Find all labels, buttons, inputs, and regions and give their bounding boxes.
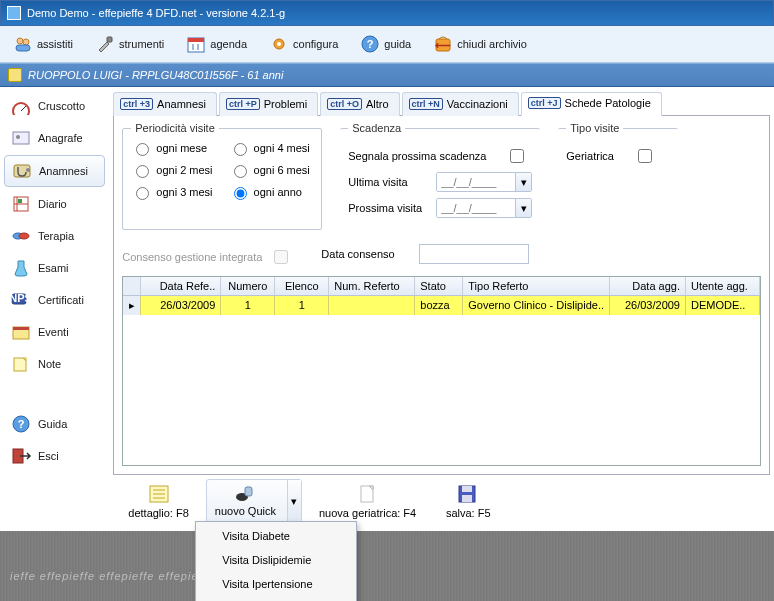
menu-visita-dislipidemie[interactable]: Visita Dislipidemie [198, 548, 354, 572]
nuovo-quick-button[interactable]: nuovo Quick ▾ [206, 479, 302, 523]
radio-ogni-3-mesi[interactable]: ogni 3 mesi [131, 184, 212, 200]
periodicita-legend: Periodicità visite [131, 122, 218, 134]
radio-ogni-6-mesi[interactable]: ogni 6 mesi [229, 162, 310, 178]
data-consenso-label: Data consenso [321, 248, 411, 260]
main: ctrl +3Anamnesi ctrl +PProblemi ctrl +OA… [109, 87, 774, 531]
svg-rect-5 [188, 38, 204, 42]
configura-label: configura [293, 38, 338, 50]
nuova-geriatrica-button[interactable]: nuova geriatrica: F4 [312, 479, 423, 527]
note-icon [10, 354, 32, 374]
sidebar-item-note[interactable]: Note [4, 349, 105, 379]
nuovo-quick-dropdown[interactable]: ▾ [287, 480, 301, 522]
col-data-ref[interactable]: Data Refe.. [141, 277, 221, 295]
svg-text:?: ? [367, 38, 374, 50]
svg-point-23 [19, 233, 29, 239]
strumenti-label: strumenti [119, 38, 164, 50]
sidebar-item-certificati[interactable]: INPSCertificati [4, 285, 105, 315]
col-numero[interactable]: Numero [221, 277, 275, 295]
help-icon: ? [10, 414, 32, 434]
svg-text:⟵: ⟵ [435, 39, 451, 51]
patient-bar: RUOPPOLO LUIGI - RPPLGU48C01I556F - 61 a… [0, 63, 774, 87]
menu-visita-ipertensione[interactable]: Visita Ipertensione [198, 572, 354, 596]
segnala-label: Segnala prossima scadenza [348, 150, 498, 162]
radio-ogni-mese[interactable]: ogni mese [131, 140, 212, 156]
dettaglio-button[interactable]: dettaglio: F8 [121, 479, 196, 527]
svg-point-0 [17, 38, 23, 44]
prossima-visita-date[interactable]: ▾ [436, 198, 532, 218]
body: Cruscotto Anagrafe Anamnesi Diario Terap… [0, 87, 774, 531]
sidebar-item-guida[interactable]: ?Guida [4, 409, 105, 439]
configura-button[interactable]: configura [262, 30, 345, 58]
sidebar-item-esami[interactable]: Esami [4, 253, 105, 283]
svg-text:INPS: INPS [10, 292, 32, 304]
table-empty-space [123, 315, 760, 465]
sidebar-item-cruscotto[interactable]: Cruscotto [4, 91, 105, 121]
col-data-agg[interactable]: Data agg. [610, 277, 686, 295]
col-num-referto[interactable]: Num. Referto [329, 277, 415, 295]
sidebar-item-anamnesi[interactable]: Anamnesi [4, 155, 105, 187]
therapy-icon [10, 226, 32, 246]
window-title: Demo Demo - effepieffe 4 DFD.net - versi… [27, 7, 285, 19]
radio-ogni-4-mesi[interactable]: ogni 4 mesi [229, 140, 310, 156]
menu-visita-diabete[interactable]: Visita Diabete [198, 524, 354, 548]
row-selector-icon: ▸ [123, 296, 141, 315]
chevron-down-icon[interactable]: ▾ [515, 199, 531, 217]
events-icon [10, 322, 32, 342]
tab-vaccinazioni[interactable]: ctrl +NVaccinazioni [402, 92, 519, 116]
segnala-checkbox[interactable] [510, 149, 524, 163]
sidebar-item-terapia[interactable]: Terapia [4, 221, 105, 251]
agenda-label: agenda [210, 38, 247, 50]
tab-schede-patologie[interactable]: ctrl +JSchede Patologie [521, 92, 662, 116]
geriatrica-label: Geriatrica [566, 150, 626, 162]
bottom-bar: dettaglio: F8 nuovo Quick ▾ nuova geriat… [113, 475, 770, 531]
dettaglio-label: dettaglio: F8 [128, 507, 189, 519]
svg-point-1 [23, 39, 29, 45]
col-elenco[interactable]: Elenco [275, 277, 329, 295]
table-row[interactable]: ▸ 26/03/2009 1 1 bozza Governo Clinico -… [123, 296, 760, 315]
table-header: Data Refe.. Numero Elenco Num. Referto S… [123, 277, 760, 296]
consenso-checkbox [274, 250, 288, 264]
tools-icon [95, 34, 115, 54]
tab-problemi[interactable]: ctrl +PProblemi [219, 92, 318, 116]
sidebar-item-anagrafe[interactable]: Anagrafe [4, 123, 105, 153]
salva-label: salva: F5 [446, 507, 491, 519]
geriatrica-checkbox[interactable] [638, 149, 652, 163]
document-new-icon [356, 484, 380, 504]
sidebar-item-eventi[interactable]: Eventi [4, 317, 105, 347]
tab-anamnesi[interactable]: ctrl +3Anamnesi [113, 92, 217, 116]
ultima-visita-date[interactable]: ▾ [436, 172, 532, 192]
svg-rect-27 [13, 327, 29, 330]
svg-point-17 [16, 135, 20, 139]
col-stato[interactable]: Stato [415, 277, 463, 295]
guida-button[interactable]: ? guida [353, 30, 418, 58]
scadenza-fieldset: Scadenza Segnala prossima scadenza Ultim… [340, 122, 540, 230]
sidebar-item-esci[interactable]: Esci [4, 441, 105, 471]
radio-ogni-2-mesi[interactable]: ogni 2 mesi [131, 162, 212, 178]
guida-label: guida [384, 38, 411, 50]
svg-rect-42 [462, 495, 472, 502]
nuovo-quick-label: nuovo Quick [215, 505, 276, 517]
salva-button[interactable]: salva: F5 [433, 479, 503, 527]
menu-visita-bpco[interactable]: Visita BPCO [198, 596, 354, 601]
chiudi-archivio-button[interactable]: ⟵ chiudi archivio [426, 30, 534, 58]
svg-rect-3 [107, 37, 112, 42]
patient-icon [8, 68, 22, 82]
tab-altro[interactable]: ctrl +OAltro [320, 92, 399, 116]
gear-icon [269, 34, 289, 54]
strumenti-button[interactable]: strumenti [88, 30, 171, 58]
col-tipo[interactable]: Tipo Referto [463, 277, 610, 295]
data-consenso-input[interactable] [419, 244, 529, 264]
referti-table: Data Refe.. Numero Elenco Num. Referto S… [122, 276, 761, 466]
assistiti-button[interactable]: assistiti [6, 30, 80, 58]
nuova-ger-label: nuova geriatrica: F4 [319, 507, 416, 519]
consenso-label: Consenso gestione integrata [122, 251, 262, 263]
col-utente[interactable]: Utente agg. [686, 277, 760, 295]
registry-icon [10, 128, 32, 148]
ultima-label: Ultima visita [348, 176, 428, 188]
agenda-button[interactable]: agenda [179, 30, 254, 58]
exit-icon [10, 446, 32, 466]
scadenza-legend: Scadenza [348, 122, 405, 134]
radio-ogni-anno[interactable]: ogni anno [229, 184, 310, 200]
sidebar-item-diario[interactable]: Diario [4, 189, 105, 219]
chevron-down-icon[interactable]: ▾ [515, 173, 531, 191]
